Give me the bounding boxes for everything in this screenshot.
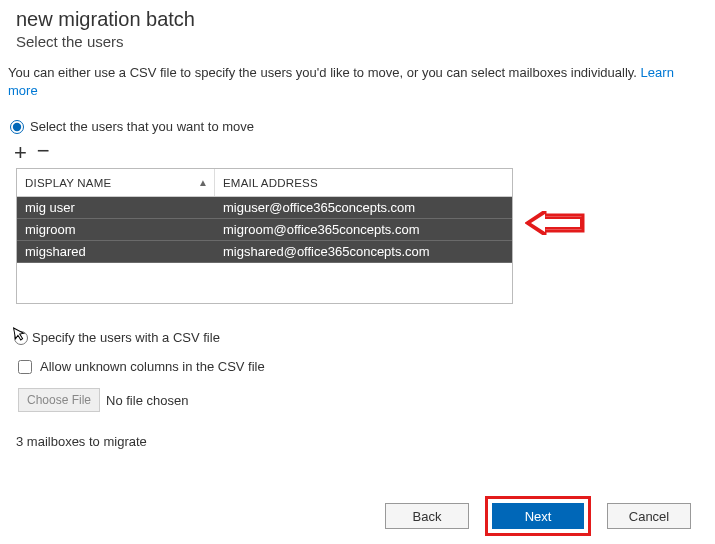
- cell-email: migshared@office365concepts.com: [215, 244, 512, 259]
- cell-display-name: mig user: [17, 200, 215, 215]
- column-display-name-label: DISPLAY NAME: [25, 177, 111, 189]
- option-select-users[interactable]: Select the users that you want to move: [0, 99, 715, 140]
- page-subtitle: Select the users: [0, 31, 715, 60]
- cell-email: migroom@office365concepts.com: [215, 222, 512, 237]
- description-text: You can either use a CSV file to specify…: [0, 60, 715, 99]
- column-display-name[interactable]: DISPLAY NAME ▲: [17, 169, 215, 196]
- remove-icon[interactable]: −: [37, 140, 50, 162]
- next-button[interactable]: Next: [492, 503, 584, 529]
- option-allow-unknown-label: Allow unknown columns in the CSV file: [40, 359, 265, 374]
- wizard-button-bar: Back Next Cancel: [385, 496, 691, 536]
- sort-asc-icon[interactable]: ▲: [198, 177, 214, 188]
- back-button[interactable]: Back: [385, 503, 469, 529]
- grid-toolbar: + −: [0, 140, 715, 168]
- option-select-users-radio[interactable]: [10, 120, 24, 134]
- table-row[interactable]: migroom migroom@office365concepts.com: [17, 219, 512, 241]
- option-select-users-label: Select the users that you want to move: [30, 119, 254, 134]
- cancel-button[interactable]: Cancel: [607, 503, 691, 529]
- option-specify-csv[interactable]: Specify the users with a CSV file: [0, 304, 715, 345]
- grid-header-row: DISPLAY NAME ▲ EMAIL ADDRESS: [17, 169, 512, 197]
- page-title: new migration batch: [0, 0, 715, 31]
- file-picker-row: Choose File No file chosen: [0, 374, 715, 412]
- column-email[interactable]: EMAIL ADDRESS: [215, 177, 512, 189]
- cell-email: miguser@office365concepts.com: [215, 200, 512, 215]
- option-allow-unknown[interactable]: Allow unknown columns in the CSV file: [0, 345, 715, 374]
- add-icon[interactable]: +: [14, 142, 27, 164]
- grid-empty-area: [17, 263, 512, 303]
- cell-display-name: migshared: [17, 244, 215, 259]
- table-row[interactable]: mig user miguser@office365concepts.com: [17, 197, 512, 219]
- users-grid: DISPLAY NAME ▲ EMAIL ADDRESS mig user mi…: [16, 168, 513, 304]
- description-body: You can either use a CSV file to specify…: [8, 65, 637, 80]
- option-allow-unknown-checkbox[interactable]: [18, 360, 32, 374]
- option-specify-csv-label: Specify the users with a CSV file: [32, 330, 220, 345]
- table-row[interactable]: migshared migshared@office365concepts.co…: [17, 241, 512, 263]
- annotation-arrow-icon: [525, 211, 585, 235]
- mailbox-count: 3 mailboxes to migrate: [0, 412, 715, 449]
- cell-display-name: migroom: [17, 222, 215, 237]
- choose-file-button[interactable]: Choose File: [18, 388, 100, 412]
- file-status-text: No file chosen: [106, 393, 188, 408]
- annotation-highlight-next: Next: [485, 496, 591, 536]
